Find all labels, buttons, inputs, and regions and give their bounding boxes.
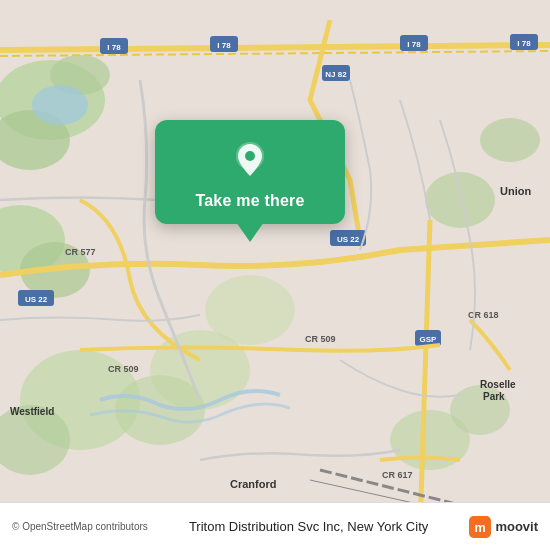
svg-text:m: m	[475, 521, 486, 535]
location-pin-icon	[228, 138, 272, 182]
svg-text:US 22: US 22	[337, 235, 360, 244]
attribution-text: © OpenStreetMap contributors	[12, 521, 148, 532]
svg-point-43	[245, 151, 255, 161]
tooltip-card: Take me there	[155, 120, 345, 224]
moovit-logo: m moovit	[469, 516, 538, 538]
svg-text:Union: Union	[500, 185, 531, 197]
location-info: Tritom Distribution Svc Inc, New York Ci…	[148, 519, 470, 534]
svg-text:Park: Park	[483, 391, 505, 402]
map-container: I 78 I 78 I 78 I 78 NJ 82 US 22 US 22 GS…	[0, 0, 550, 550]
svg-text:CR 509: CR 509	[305, 334, 336, 344]
location-name: Tritom Distribution Svc Inc	[189, 519, 340, 534]
svg-text:I 78: I 78	[107, 43, 121, 52]
moovit-label: moovit	[495, 519, 538, 534]
svg-point-11	[480, 118, 540, 162]
svg-text:Roselle: Roselle	[480, 379, 516, 390]
svg-text:I 78: I 78	[407, 40, 421, 49]
svg-text:CR 618: CR 618	[468, 310, 499, 320]
svg-point-14	[205, 275, 295, 345]
svg-text:I 78: I 78	[217, 41, 231, 50]
take-me-there-button[interactable]: Take me there	[195, 192, 304, 210]
map-background: I 78 I 78 I 78 I 78 NJ 82 US 22 US 22 GS…	[0, 0, 550, 550]
svg-text:US 22: US 22	[25, 295, 48, 304]
location-city: , New York City	[340, 519, 428, 534]
attribution: © OpenStreetMap contributors	[12, 521, 148, 532]
moovit-icon: m	[469, 516, 491, 538]
svg-text:CR 577: CR 577	[65, 247, 96, 257]
svg-point-15	[32, 85, 88, 125]
svg-text:Westfield: Westfield	[10, 406, 54, 417]
svg-text:I 78: I 78	[517, 39, 531, 48]
svg-text:CR 617: CR 617	[382, 470, 413, 480]
svg-text:GSP: GSP	[420, 335, 438, 344]
svg-text:Cranford: Cranford	[230, 478, 276, 490]
svg-text:NJ 82: NJ 82	[325, 70, 347, 79]
svg-text:CR 509: CR 509	[108, 364, 139, 374]
bottom-bar: © OpenStreetMap contributors Tritom Dist…	[0, 502, 550, 550]
svg-point-10	[425, 172, 495, 228]
